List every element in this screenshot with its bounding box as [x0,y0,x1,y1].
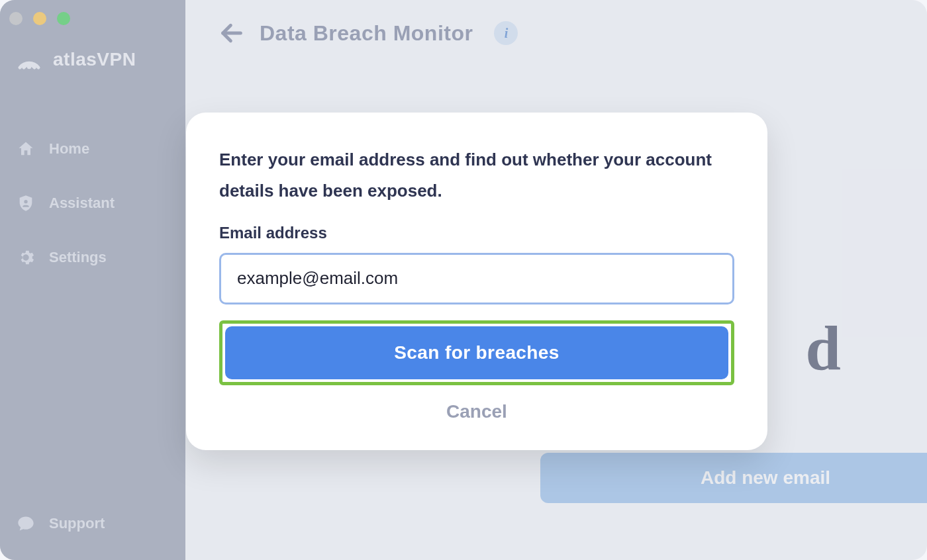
app-window: atlasVPN Home Assistant Settings [0,0,927,560]
modal-description: Enter your email address and find out wh… [219,144,734,207]
breach-scan-modal: Enter your email address and find out wh… [186,113,767,450]
email-input[interactable] [219,253,734,304]
cancel-button[interactable]: Cancel [219,401,734,422]
email-field-label: Email address [219,224,734,242]
scan-button-highlight: Scan for breaches [219,320,734,385]
scan-for-breaches-button[interactable]: Scan for breaches [225,326,728,379]
